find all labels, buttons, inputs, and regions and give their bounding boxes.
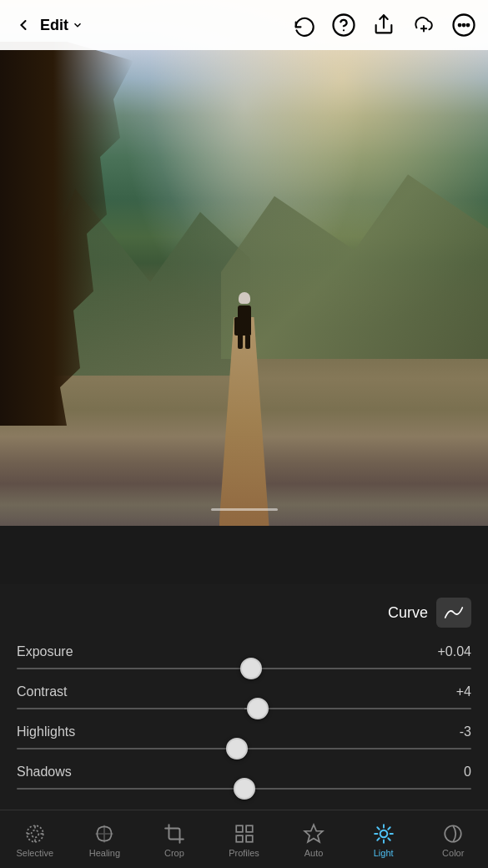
- contrast-track[interactable]: [17, 708, 471, 709]
- crop-icon: [164, 823, 185, 845]
- shadows-track[interactable]: [17, 788, 471, 790]
- photo-display: [0, 0, 488, 526]
- nav-crop[interactable]: Crop: [139, 810, 209, 868]
- progress-indicator: [211, 508, 278, 511]
- crop-label: Crop: [164, 848, 184, 858]
- exposure-track[interactable]: [17, 668, 471, 669]
- exposure-label: Exposure: [17, 644, 73, 659]
- profiles-icon: [234, 823, 255, 845]
- slider-shadows[interactable]: Shadows0: [17, 765, 471, 790]
- nav-light[interactable]: Light: [349, 810, 419, 868]
- svg-rect-16: [246, 825, 253, 832]
- exposure-thumb[interactable]: [240, 658, 262, 679]
- svg-line-25: [377, 827, 379, 829]
- svg-rect-15: [236, 825, 243, 832]
- top-header: Edit: [0, 0, 488, 50]
- profiles-label: Profiles: [229, 848, 259, 858]
- selective-label: Selective: [16, 848, 53, 858]
- svg-point-0: [334, 15, 355, 36]
- shadows-value: 0: [464, 765, 471, 780]
- cloud-add-button[interactable]: [410, 11, 438, 39]
- svg-line-26: [388, 838, 390, 840]
- more-button[interactable]: [450, 11, 478, 39]
- color-label: Color: [442, 848, 464, 858]
- svg-point-7: [463, 24, 465, 27]
- svg-rect-17: [236, 835, 243, 842]
- svg-line-27: [377, 838, 379, 840]
- nav-healing[interactable]: Healing: [70, 810, 140, 868]
- svg-point-6: [459, 24, 461, 27]
- nav-color[interactable]: Color: [418, 810, 488, 868]
- healing-label: Healing: [89, 848, 120, 858]
- export-button[interactable]: [370, 11, 398, 39]
- undo-button[interactable]: [289, 11, 318, 39]
- svg-line-28: [388, 827, 390, 829]
- shadows-thumb[interactable]: [234, 778, 255, 800]
- help-button[interactable]: [330, 11, 358, 39]
- slider-exposure[interactable]: Exposure+0.04: [17, 644, 471, 669]
- highlights-track[interactable]: [17, 748, 471, 749]
- healing-icon: [93, 823, 115, 845]
- nav-profiles[interactable]: Profiles: [209, 810, 279, 868]
- contrast-label: Contrast: [17, 684, 67, 699]
- curve-header: Curve: [17, 598, 471, 628]
- highlights-value: -3: [460, 724, 471, 739]
- curve-button[interactable]: [436, 598, 471, 628]
- edit-panel: Curve Exposure+0.04Contrast+4Highlights-…: [0, 584, 488, 810]
- back-button[interactable]: [10, 12, 37, 38]
- contrast-value: +4: [456, 684, 471, 699]
- edit-menu[interactable]: Edit: [40, 17, 83, 34]
- curve-label: Curve: [388, 604, 428, 622]
- light-label: Light: [374, 848, 394, 858]
- sliders-container: Exposure+0.04Contrast+4Highlights-3Shado…: [17, 644, 471, 790]
- color-icon: [442, 823, 464, 845]
- exposure-value: +0.04: [438, 644, 471, 659]
- bottom-navigation: Selective Healing Crop: [0, 810, 488, 868]
- auto-label: Auto: [304, 848, 324, 858]
- svg-point-20: [380, 830, 387, 837]
- svg-point-29: [445, 825, 462, 842]
- shadows-label: Shadows: [17, 765, 72, 780]
- svg-point-8: [467, 24, 470, 27]
- highlights-thumb[interactable]: [226, 738, 248, 760]
- edit-label: Edit: [40, 17, 68, 34]
- highlights-label: Highlights: [17, 724, 75, 739]
- auto-icon: [303, 823, 324, 845]
- svg-point-10: [31, 830, 38, 837]
- slider-contrast[interactable]: Contrast+4: [17, 684, 471, 709]
- hiker-figure: [233, 292, 256, 342]
- nav-auto[interactable]: Auto: [279, 810, 349, 868]
- svg-rect-18: [246, 835, 253, 842]
- light-icon: [373, 823, 395, 845]
- nav-selective[interactable]: Selective: [0, 810, 70, 868]
- svg-marker-19: [304, 825, 323, 842]
- slider-highlights[interactable]: Highlights-3: [17, 724, 471, 749]
- contrast-thumb[interactable]: [247, 698, 269, 719]
- selective-icon: [24, 823, 46, 845]
